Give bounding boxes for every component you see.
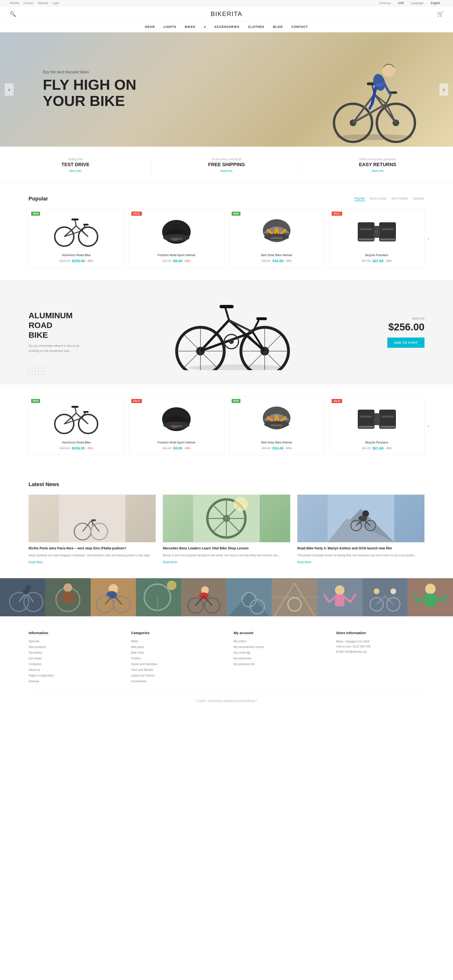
footer-col-storeinfo: Store Information Bikes , Glasgow G14 9G… (336, 631, 424, 685)
gallery-item-5 (226, 578, 272, 616)
footer-new-products-link[interactable]: New products (29, 645, 46, 649)
hero-bike-image (315, 37, 424, 146)
product2-name-2: Bell Solar Bike Helmet (232, 441, 322, 444)
footer-mycreditslip-link[interactable]: My credit slip (234, 651, 250, 654)
feature-returns-sub: 100% money back guarantee (309, 158, 446, 161)
gallery-strip (0, 578, 453, 616)
cart-icon[interactable]: 🛒 (437, 11, 443, 17)
news-bike-svg-2 (327, 495, 394, 542)
feature-returns-link[interactable]: More info (372, 169, 383, 173)
product-card-0[interactable]: NEW Aluminum Road Bike $320.00 (29, 209, 124, 268)
feature-shipping: On all orders over $199 FREE SHIPPING Mo… (151, 155, 302, 175)
footer-myreturns-link[interactable]: My merchandise returns (234, 645, 264, 649)
footer-myaddresses-link[interactable]: My addresses (234, 657, 252, 660)
footer-contactus-link[interactable]: Contactus (29, 662, 41, 666)
footer-specials-link[interactable]: Specials (29, 640, 39, 643)
tab-best-sellers[interactable]: Best Sellers (391, 197, 408, 201)
product-card-2[interactable]: NEW Bell Solar Bike Helmet $25.00 $16.00… (229, 209, 324, 268)
news-readmore-1[interactable]: Read More (163, 561, 177, 564)
products-next-button[interactable]: › (428, 235, 429, 241)
tab-popular[interactable]: Popular (354, 197, 365, 201)
footer-cat-lights-link[interactable]: Lights and Frames (131, 674, 155, 677)
hero-prev-button[interactable]: ‹ (5, 83, 14, 96)
products2-next-button[interactable]: › (428, 423, 429, 428)
svg-rect-42 (360, 228, 372, 230)
feature-test-drive-link[interactable]: More info (70, 169, 81, 173)
footer-top-sellers-link[interactable]: Top sellers (29, 651, 42, 654)
nav-blog[interactable]: BLOG (273, 25, 283, 29)
footer-cat-clothes-link[interactable]: Clothes (131, 657, 141, 660)
language-value[interactable]: English (431, 2, 440, 5)
tab-specials[interactable]: Specials (413, 197, 424, 201)
header: 🔍 BIKERITA 🛒 (0, 6, 453, 22)
svg-rect-168 (362, 578, 408, 616)
svg-point-111 (234, 497, 248, 511)
footer-mypersonalinfo-link[interactable]: My personal info (234, 662, 255, 666)
footer-cat-biketools-link[interactable]: Bike Tools (131, 651, 144, 654)
footer-myorders-link[interactable]: My orders (234, 640, 246, 643)
footer-cat-bikes-link[interactable]: Bikes (131, 640, 138, 643)
login-link[interactable]: Login (52, 2, 59, 5)
nav-lights[interactable]: LIGHTS (164, 25, 176, 29)
add-to-cart-button[interactable]: ADD TO CART (387, 337, 424, 348)
tab-new-arrivals[interactable]: New arrivals (370, 197, 387, 201)
product-card-3[interactable]: SALE! Bicycle Panniers $27 (329, 209, 424, 268)
svg-point-171 (374, 589, 380, 594)
logo[interactable]: BIKERITA (211, 10, 242, 18)
svg-rect-77 (72, 406, 79, 408)
featured-prev-button[interactable]: ‹ (29, 368, 36, 375)
sitemap-link[interactable]: Sitemap (37, 2, 48, 5)
nav-clothes[interactable]: CLOTHES (248, 25, 264, 29)
product-helmet-svg-2 (257, 215, 296, 248)
svg-rect-43 (381, 228, 394, 230)
svg-line-64 (226, 308, 229, 320)
nav-contact[interactable]: CONTACT (291, 25, 308, 29)
footer-cat-hooks-link[interactable]: Hooks and handbars (131, 662, 157, 666)
footer-about-us-link[interactable]: About us (29, 668, 40, 671)
currency-value[interactable]: USD (398, 2, 404, 5)
product2-card-1[interactable]: SALE! Bell Fraction Multi-Sport Helmet $… (129, 396, 224, 455)
featured-old-price: $320.00 (377, 317, 424, 320)
product2-img-1: Bell (131, 401, 222, 437)
gallery-svg-3 (136, 578, 181, 616)
wishlist-link[interactable]: Wishlist (10, 2, 19, 5)
contact-link[interactable]: Contact (24, 2, 33, 5)
nav-gear[interactable]: GEAR (145, 25, 155, 29)
news-bike-svg-1 (193, 495, 260, 542)
svg-point-69 (229, 339, 234, 344)
svg-line-17 (372, 88, 376, 104)
hero-subtitle: Buy the best branded bikes (43, 70, 137, 74)
copyright-text: © 2016 - Ecommerce software by PrestaSho… (196, 699, 257, 703)
footer-cat-bikeparts-link[interactable]: Bike parts (131, 645, 144, 649)
footer-sitemap-link[interactable]: Sitemap (29, 679, 39, 683)
product2-price-2: $25.00 $16.00 -20% (232, 446, 322, 450)
gallery-item-7 (317, 578, 362, 616)
product-card-1[interactable]: SALE! Bell Fraction Multi-Sport Helmet $… (129, 209, 224, 268)
footer-cat-accessories-link[interactable]: Accessories (131, 679, 147, 683)
footer-our-stores-link[interactable]: Our stores (29, 657, 42, 660)
svg-rect-96 (380, 426, 396, 428)
featured-next-button[interactable]: › (38, 368, 45, 375)
news-img-1 (163, 495, 290, 542)
svg-line-76 (75, 407, 76, 413)
product2-badge-2: NEW (232, 399, 240, 403)
product2-card-0[interactable]: NEW Aluminum Road Bike $320.00 (29, 396, 124, 455)
feature-shipping-link[interactable]: More info (221, 169, 232, 173)
svg-text:Bell: Bell (173, 426, 177, 429)
product2-card-2[interactable]: NEW Bell Solar Bike Helmet $25.00 $16.00… (229, 396, 324, 455)
hero-next-button[interactable]: › (439, 83, 448, 96)
footer-storeinfo-title: Store Information (336, 631, 424, 635)
news-readmore-0[interactable]: Read More (29, 561, 43, 564)
product-badge-0: NEW (31, 212, 40, 216)
nav-bikes[interactable]: BIKES (185, 25, 196, 29)
footer-cat-tires-link[interactable]: Tires and Wheels (131, 668, 153, 671)
svg-text:Bell: Bell (173, 239, 177, 241)
product2-card-3[interactable]: SALE! Bicycle Panniers $27.00 (329, 396, 424, 455)
product-price-2: $25.00 $16.00 -20% (232, 259, 322, 263)
news-readmore-2[interactable]: Read More (297, 561, 312, 564)
top-bar: Wishlist Contact Sitemap Login Currency:… (0, 0, 453, 6)
search-icon[interactable]: 🔍 (10, 11, 16, 17)
footer-pages-config-link[interactable]: Pages configuration (29, 674, 54, 677)
svg-rect-90 (380, 410, 396, 428)
nav-accessories[interactable]: ACCESSORIES (214, 25, 240, 29)
